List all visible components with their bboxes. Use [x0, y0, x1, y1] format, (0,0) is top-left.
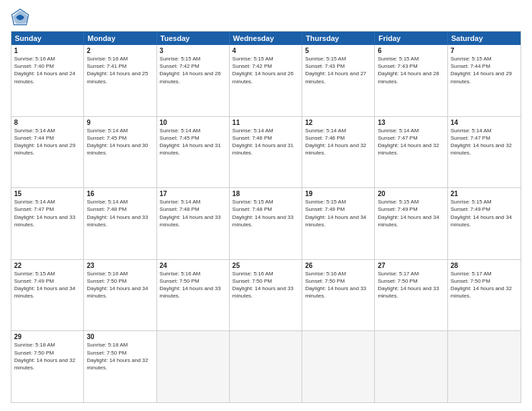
calendar-cell: 5Sunrise: 5:15 AMSunset: 7:43 PMDaylight… — [302, 45, 375, 116]
calendar-cell: 21Sunrise: 5:15 AMSunset: 7:49 PMDayligh… — [448, 188, 521, 259]
calendar-cell: 28Sunrise: 5:17 AMSunset: 7:50 PMDayligh… — [448, 260, 521, 331]
calendar-cell: 23Sunrise: 5:16 AMSunset: 7:50 PMDayligh… — [84, 260, 157, 331]
calendar-cell: 8Sunrise: 5:14 AMSunset: 7:44 PMDaylight… — [11, 117, 84, 188]
day-number: 5 — [305, 47, 371, 54]
page: SundayMondayTuesdayWednesdayThursdayFrid… — [0, 0, 532, 411]
calendar-cell: 29Sunrise: 5:18 AMSunset: 7:50 PMDayligh… — [11, 331, 84, 402]
calendar-cell: 11Sunrise: 5:14 AMSunset: 7:46 PMDayligh… — [230, 117, 302, 188]
day-number: 17 — [160, 190, 226, 197]
calendar-header-cell: Sunday — [11, 32, 84, 45]
calendar-row: 1Sunrise: 5:16 AMSunset: 7:40 PMDaylight… — [11, 45, 521, 116]
cell-details: Sunrise: 5:14 AMSunset: 7:46 PMDaylight:… — [305, 128, 366, 156]
calendar-cell: 3Sunrise: 5:15 AMSunset: 7:42 PMDaylight… — [157, 45, 230, 116]
day-number: 28 — [451, 262, 518, 269]
calendar-cell: 14Sunrise: 5:14 AMSunset: 7:47 PMDayligh… — [448, 117, 521, 188]
cell-details: Sunrise: 5:16 AMSunset: 7:50 PMDaylight:… — [160, 271, 221, 300]
calendar-cell: 27Sunrise: 5:17 AMSunset: 7:50 PMDayligh… — [375, 260, 447, 331]
day-number: 26 — [305, 262, 371, 269]
calendar-cell: 19Sunrise: 5:15 AMSunset: 7:49 PMDayligh… — [302, 188, 375, 259]
calendar-cell: 20Sunrise: 5:15 AMSunset: 7:49 PMDayligh… — [375, 188, 447, 259]
calendar-cell: 4Sunrise: 5:15 AMSunset: 7:42 PMDaylight… — [230, 45, 302, 116]
calendar-cell: 15Sunrise: 5:14 AMSunset: 7:47 PMDayligh… — [11, 188, 84, 259]
calendar-cell: 18Sunrise: 5:15 AMSunset: 7:48 PMDayligh… — [230, 188, 302, 259]
day-number: 15 — [14, 190, 81, 197]
day-number: 30 — [87, 333, 153, 340]
header — [11, 8, 521, 27]
calendar-header-row: SundayMondayTuesdayWednesdayThursdayFrid… — [11, 32, 521, 45]
calendar-cell: 13Sunrise: 5:14 AMSunset: 7:47 PMDayligh… — [375, 117, 447, 188]
day-number: 25 — [232, 262, 299, 269]
cell-details: Sunrise: 5:15 AMSunset: 7:49 PMDaylight:… — [378, 199, 439, 228]
calendar-header-cell: Saturday — [448, 32, 521, 45]
calendar-cell — [302, 331, 375, 402]
calendar-cell — [448, 331, 521, 402]
calendar-cell: 2Sunrise: 5:16 AMSunset: 7:41 PMDaylight… — [84, 45, 157, 116]
cell-details: Sunrise: 5:14 AMSunset: 7:48 PMDaylight:… — [87, 199, 148, 228]
cell-details: Sunrise: 5:16 AMSunset: 7:50 PMDaylight:… — [232, 271, 294, 300]
calendar-row: 22Sunrise: 5:15 AMSunset: 7:49 PMDayligh… — [11, 259, 521, 331]
cell-details: Sunrise: 5:17 AMSunset: 7:50 PMDaylight:… — [378, 271, 439, 300]
calendar-cell: 24Sunrise: 5:16 AMSunset: 7:50 PMDayligh… — [157, 260, 230, 331]
day-number: 12 — [305, 119, 371, 126]
cell-details: Sunrise: 5:14 AMSunset: 7:47 PMDaylight:… — [378, 128, 439, 156]
day-number: 1 — [14, 47, 81, 54]
cell-details: Sunrise: 5:15 AMSunset: 7:49 PMDaylight:… — [14, 271, 75, 300]
day-number: 4 — [232, 47, 299, 54]
cell-details: Sunrise: 5:16 AMSunset: 7:41 PMDaylight:… — [87, 56, 148, 85]
day-number: 21 — [451, 190, 518, 197]
day-number: 14 — [451, 119, 518, 126]
calendar-header-cell: Thursday — [302, 32, 375, 45]
calendar-row: 8Sunrise: 5:14 AMSunset: 7:44 PMDaylight… — [11, 116, 521, 188]
cell-details: Sunrise: 5:18 AMSunset: 7:50 PMDaylight:… — [87, 342, 148, 371]
day-number: 7 — [451, 47, 518, 54]
cell-details: Sunrise: 5:14 AMSunset: 7:47 PMDaylight:… — [14, 199, 75, 228]
day-number: 2 — [87, 47, 153, 54]
cell-details: Sunrise: 5:18 AMSunset: 7:50 PMDaylight:… — [14, 342, 75, 371]
calendar-cell: 22Sunrise: 5:15 AMSunset: 7:49 PMDayligh… — [11, 260, 84, 331]
cell-details: Sunrise: 5:15 AMSunset: 7:48 PMDaylight:… — [232, 199, 294, 228]
cell-details: Sunrise: 5:14 AMSunset: 7:47 PMDaylight:… — [451, 128, 512, 156]
cell-details: Sunrise: 5:15 AMSunset: 7:49 PMDaylight:… — [451, 199, 512, 228]
day-number: 11 — [232, 119, 299, 126]
day-number: 13 — [378, 119, 444, 126]
cell-details: Sunrise: 5:14 AMSunset: 7:44 PMDaylight:… — [14, 128, 75, 156]
logo-icon — [11, 8, 30, 27]
calendar-row: 29Sunrise: 5:18 AMSunset: 7:50 PMDayligh… — [11, 330, 521, 402]
cell-details: Sunrise: 5:15 AMSunset: 7:49 PMDaylight:… — [305, 199, 366, 228]
cell-details: Sunrise: 5:14 AMSunset: 7:48 PMDaylight:… — [160, 199, 221, 228]
cell-details: Sunrise: 5:17 AMSunset: 7:50 PMDaylight:… — [451, 271, 512, 300]
calendar-cell: 9Sunrise: 5:14 AMSunset: 7:45 PMDaylight… — [84, 117, 157, 188]
day-number: 18 — [232, 190, 299, 197]
day-number: 19 — [305, 190, 371, 197]
calendar-cell: 16Sunrise: 5:14 AMSunset: 7:48 PMDayligh… — [84, 188, 157, 259]
calendar-cell: 6Sunrise: 5:15 AMSunset: 7:43 PMDaylight… — [375, 45, 447, 116]
day-number: 27 — [378, 262, 444, 269]
cell-details: Sunrise: 5:16 AMSunset: 7:50 PMDaylight:… — [87, 271, 148, 300]
day-number: 6 — [378, 47, 444, 54]
cell-details: Sunrise: 5:14 AMSunset: 7:45 PMDaylight:… — [160, 128, 221, 156]
day-number: 29 — [14, 333, 81, 340]
calendar-body: 1Sunrise: 5:16 AMSunset: 7:40 PMDaylight… — [11, 45, 521, 402]
calendar-cell: 26Sunrise: 5:16 AMSunset: 7:50 PMDayligh… — [302, 260, 375, 331]
calendar-cell — [157, 331, 230, 402]
cell-details: Sunrise: 5:16 AMSunset: 7:40 PMDaylight:… — [14, 56, 75, 85]
day-number: 24 — [160, 262, 226, 269]
calendar-cell: 17Sunrise: 5:14 AMSunset: 7:48 PMDayligh… — [157, 188, 230, 259]
day-number: 10 — [160, 119, 226, 126]
calendar-cell: 25Sunrise: 5:16 AMSunset: 7:50 PMDayligh… — [230, 260, 302, 331]
cell-details: Sunrise: 5:14 AMSunset: 7:46 PMDaylight:… — [232, 128, 294, 156]
day-number: 20 — [378, 190, 444, 197]
calendar-header-cell: Monday — [84, 32, 157, 45]
day-number: 3 — [160, 47, 226, 54]
cell-details: Sunrise: 5:15 AMSunset: 7:42 PMDaylight:… — [160, 56, 221, 85]
day-number: 8 — [14, 119, 81, 126]
day-number: 22 — [14, 262, 81, 269]
cell-details: Sunrise: 5:14 AMSunset: 7:45 PMDaylight:… — [87, 128, 148, 156]
cell-details: Sunrise: 5:15 AMSunset: 7:43 PMDaylight:… — [305, 56, 366, 85]
calendar-cell — [375, 331, 447, 402]
calendar-cell: 1Sunrise: 5:16 AMSunset: 7:40 PMDaylight… — [11, 45, 84, 116]
calendar-cell: 10Sunrise: 5:14 AMSunset: 7:45 PMDayligh… — [157, 117, 230, 188]
cell-details: Sunrise: 5:15 AMSunset: 7:43 PMDaylight:… — [378, 56, 439, 85]
calendar-header-cell: Wednesday — [230, 32, 302, 45]
calendar-cell: 12Sunrise: 5:14 AMSunset: 7:46 PMDayligh… — [302, 117, 375, 188]
